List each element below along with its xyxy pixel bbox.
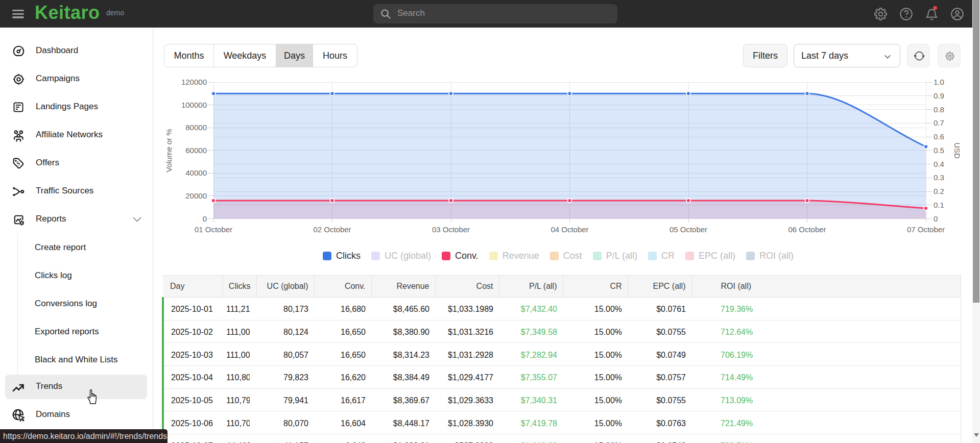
svg-text:60000: 60000	[185, 146, 207, 155]
svg-text:USD: USD	[953, 142, 962, 159]
svg-text:03 October: 03 October	[432, 225, 470, 234]
svg-text:0.2: 0.2	[934, 187, 944, 195]
svg-text:0.4: 0.4	[934, 160, 944, 168]
svg-text:20000: 20000	[185, 191, 207, 200]
svg-text:0.3: 0.3	[934, 173, 944, 182]
svg-text:1.0: 1.0	[934, 78, 944, 86]
svg-text:0.9: 0.9	[934, 91, 944, 100]
svg-text:0.7: 0.7	[934, 118, 944, 127]
svg-text:100000: 100000	[181, 101, 207, 109]
svg-text:0: 0	[203, 214, 207, 223]
svg-text:120000: 120000	[181, 78, 207, 86]
svg-text:06 October: 06 October	[788, 225, 826, 234]
svg-text:0.6: 0.6	[934, 132, 944, 141]
svg-text:02 October: 02 October	[313, 225, 351, 234]
svg-text:0.1: 0.1	[934, 201, 944, 209]
svg-text:0.5: 0.5	[934, 146, 944, 155]
svg-text:05 October: 05 October	[670, 225, 707, 234]
svg-text:0.8: 0.8	[934, 105, 944, 114]
svg-text:01 October: 01 October	[195, 225, 232, 234]
svg-text:07 October: 07 October	[907, 225, 945, 234]
svg-text:Volume or %: Volume or %	[164, 129, 173, 172]
svg-text:40000: 40000	[185, 168, 207, 177]
svg-text:0: 0	[934, 214, 938, 223]
svg-text:04 October: 04 October	[551, 225, 588, 234]
svg-text:80000: 80000	[185, 123, 207, 132]
